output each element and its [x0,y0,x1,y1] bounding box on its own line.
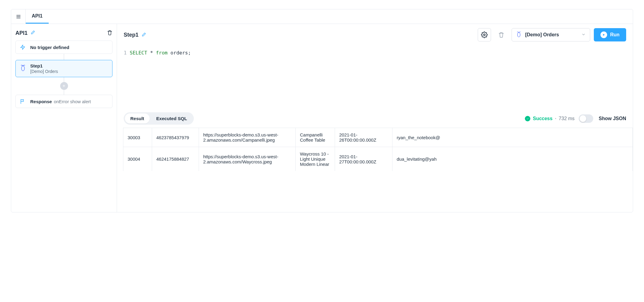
add-step-wrap: + [15,82,112,90]
cell[interactable]: 2021-01-27T00:00:00.000Z [335,147,392,171]
connector [64,90,64,95]
step-card[interactable]: Step1 [Demo] Orders [15,60,112,77]
app-frame: API1 API1 No trigger defi [11,9,633,212]
cell[interactable]: https://superblocks-demo.s3.us-west-2.am… [199,147,296,171]
response-label-text: Response [30,99,52,104]
tab-label: API1 [32,13,43,19]
show-json-toggle[interactable] [579,114,593,123]
table-row: 30003 4623785437979 https://superblocks-… [123,128,633,147]
keyword: from [156,50,168,56]
table-row: 30004 4624175884827 https://superblocks-… [123,147,633,171]
check-circle-icon [525,116,530,121]
main: API1 No trigger defined [11,24,633,212]
response-config: onError show alert [54,99,91,104]
api-name: API1 [15,30,28,36]
hamburger-menu[interactable] [11,9,26,24]
api-title: API1 [15,30,35,36]
status-badge: Success · 732 ms [525,116,574,121]
svg-marker-7 [603,34,605,36]
code-line: SELECT * from orders; [130,50,191,97]
code-editor[interactable]: 1 SELECT * from orders; [117,46,633,109]
cockroach-icon [20,64,26,73]
status-label: Success [533,116,552,121]
editor-step-name: Step1 [124,32,138,38]
tab-result[interactable]: Result [125,113,150,123]
svg-point-6 [517,32,520,37]
svg-point-5 [483,34,485,36]
dot-separator: · [555,116,556,121]
cell[interactable]: dua_levitating@yah [392,147,633,171]
response-card[interactable]: Response onError show alert [15,95,112,108]
code-text: * [147,50,156,56]
add-step-button[interactable]: + [60,82,68,90]
cell[interactable]: Waycross 10 - Light Unique Modern Linear [296,147,335,171]
run-label: Run [610,32,620,38]
svg-marker-3 [21,45,25,50]
pencil-icon[interactable] [31,30,35,36]
result-tabs: Result Executed SQL [124,112,194,125]
cell[interactable]: 4623785437979 [152,128,199,147]
trigger-label: No trigger defined [30,45,69,50]
toolbar-right: [Demo] Orders Run [478,28,626,41]
sidebar-header: API1 [15,28,112,41]
result-bar: Result Executed SQL Success · 732 ms Sho… [117,109,633,128]
step-title: Step1 [30,63,58,68]
result-table: 30003 4623785437979 https://superblocks-… [117,128,633,212]
trigger-card[interactable]: No trigger defined [15,41,112,54]
cell[interactable]: Campanelli Coffee Table [296,128,335,147]
response-label: Response onError show alert [30,99,91,104]
cell[interactable]: 2021-01-26T00:00:00.000Z [335,128,392,147]
step-text: Step1 [Demo] Orders [30,63,58,74]
content-header: Step1 [117,24,633,46]
keyword: SELECT [130,50,147,56]
trash-icon[interactable] [495,28,508,41]
tab-executed-sql[interactable]: Executed SQL [151,113,193,123]
step-datasource: [Demo] Orders [30,69,58,74]
connector [64,54,64,60]
run-button[interactable]: Run [594,28,626,41]
pencil-icon[interactable] [141,32,146,38]
svg-point-4 [21,66,24,71]
show-json-label: Show JSON [599,116,626,121]
flag-icon [20,99,26,104]
chevron-down-icon [581,32,586,38]
datasource-select[interactable]: [Demo] Orders [512,28,590,41]
table: 30003 4623785437979 https://superblocks-… [123,128,633,171]
connector [64,77,64,82]
content: Step1 [117,24,633,212]
gear-icon[interactable] [478,28,491,41]
play-icon [600,31,607,38]
step-title-group: Step1 [124,32,146,38]
datasource-name: [Demo] Orders [525,32,559,38]
tab-api1[interactable]: API1 [26,9,49,24]
cell[interactable]: ryan_the_notebook@ [392,128,633,147]
sidebar: API1 No trigger defined [11,24,117,212]
bolt-icon [20,44,26,50]
status-latency: 732 ms [559,116,574,121]
cell[interactable]: https://superblocks-demo.s3.us-west-2.am… [199,128,296,147]
cockroach-icon [516,31,522,39]
line-number: 1 [124,50,130,97]
cell[interactable]: 30003 [123,128,152,147]
cell[interactable]: 4624175884827 [152,147,199,171]
cell[interactable]: 30004 [123,147,152,171]
trash-icon[interactable] [107,30,112,36]
topbar: API1 [11,9,633,24]
code-text: orders; [168,50,191,56]
